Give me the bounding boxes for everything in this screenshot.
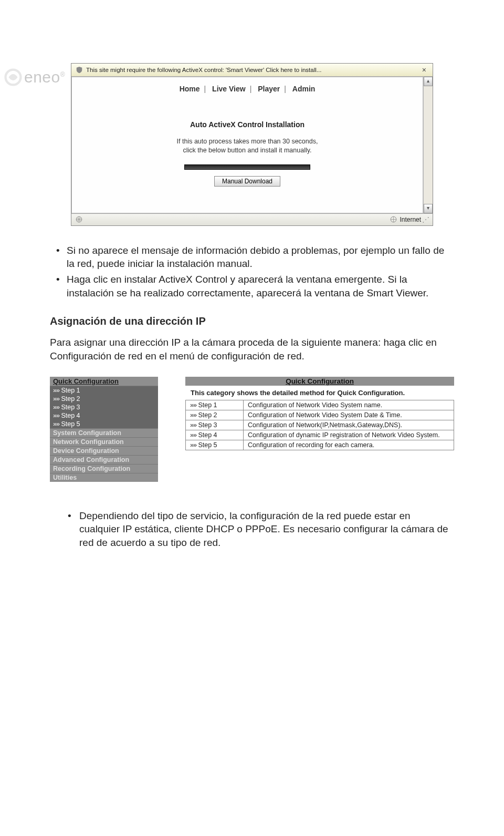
bullet-2a: Dependiendo del tipo de servicio, la con…	[79, 509, 449, 550]
scroll-up-icon[interactable]: ▴	[424, 77, 433, 86]
status-bar: Internet ⋰	[71, 213, 433, 225]
manual-download-button[interactable]: Manual Download	[214, 176, 280, 187]
section-heading: Asignación de una dirección IP	[50, 315, 454, 327]
shield-icon	[76, 66, 83, 74]
brand-header: eneo®	[4, 68, 65, 86]
table-row: »» Step 5Configuration of recording for …	[186, 440, 454, 450]
menu-admin[interactable]: Admin	[290, 85, 318, 93]
bullet-1a: Si no aparece el mensaje de información …	[67, 244, 449, 271]
menu-liveview[interactable]: Live View	[210, 85, 248, 93]
infobar-close-button[interactable]: ×	[420, 66, 428, 74]
sidebar-quick-config[interactable]: Quick Configuration	[50, 377, 158, 386]
ie-infobar[interactable]: This site might require the following Ac…	[71, 64, 433, 77]
globe-icon	[76, 216, 82, 223]
sidebar-advanced-config[interactable]: Advanced Configuration	[50, 455, 158, 464]
table-row: »» Step 4Configuration of dynamic IP reg…	[186, 430, 454, 440]
scrollbar[interactable]: ▴ ▾	[423, 77, 433, 213]
sidebar-step-4[interactable]: »» Step 4	[50, 411, 158, 420]
sidebar-step-2[interactable]: »» Step 2	[50, 395, 158, 403]
bullet-list-2: Dependiendo del tipo de servicio, la con…	[50, 509, 454, 550]
table-row: »» Step 1Configuration of Network Video …	[186, 400, 454, 410]
sidebar-system-config[interactable]: System Configuration	[50, 428, 158, 437]
sidebar-step-1[interactable]: »» Step 1	[50, 386, 158, 395]
sidebar-network-config[interactable]: Network Configuration	[50, 437, 158, 446]
bullet-1b: Haga clic en instalar ActiveX Control y …	[67, 273, 449, 300]
qc-description: This category shows the detailed method …	[185, 386, 454, 400]
activex-screenshot: This site might require the following Ac…	[71, 63, 433, 226]
progress-bar	[184, 164, 310, 170]
sidebar-utilities[interactable]: Utilities	[50, 473, 158, 482]
menu-home[interactable]: Home	[177, 85, 202, 93]
sidebar-step-3[interactable]: »» Step 3	[50, 403, 158, 411]
resize-grip-icon: ⋰	[421, 215, 428, 224]
sidebar-device-config[interactable]: Device Configuration	[50, 446, 158, 455]
table-row: »» Step 2Configuration of Network Video …	[186, 410, 454, 420]
bullet-list-1: Si no aparece el mensaje de información …	[50, 244, 454, 300]
table-row: »» Step 3Configuration of Network(IP,Net…	[186, 420, 454, 430]
qc-title: Quick Configuration	[185, 377, 454, 386]
quick-config-screenshot: Quick Configuration »» Step 1 »» Step 2 …	[50, 377, 454, 482]
status-zone: Internet	[400, 216, 421, 223]
activex-title: Auto ActiveX Control Installation	[72, 120, 423, 129]
scroll-down-icon[interactable]: ▾	[424, 204, 433, 213]
sidebar-recording-config[interactable]: Recording Configuration	[50, 464, 158, 473]
top-menu: Home| Live View| Player| Admin	[72, 77, 423, 100]
brand-logo-icon	[4, 68, 22, 86]
infobar-text: This site might require the following Ac…	[86, 67, 321, 73]
qc-steps-table: »» Step 1Configuration of Network Video …	[185, 400, 454, 450]
config-sidebar: Quick Configuration »» Step 1 »» Step 2 …	[50, 377, 158, 482]
zone-globe-icon	[390, 216, 397, 223]
activex-message: If this auto process takes more than 30 …	[72, 137, 423, 155]
quick-config-panel: Quick Configuration This category shows …	[185, 377, 454, 450]
section-paragraph: Para asignar una dirección IP a la cámar…	[50, 336, 454, 363]
brand-name: eneo®	[24, 68, 65, 86]
menu-player[interactable]: Player	[256, 85, 282, 93]
sidebar-step-5[interactable]: »» Step 5	[50, 420, 158, 428]
